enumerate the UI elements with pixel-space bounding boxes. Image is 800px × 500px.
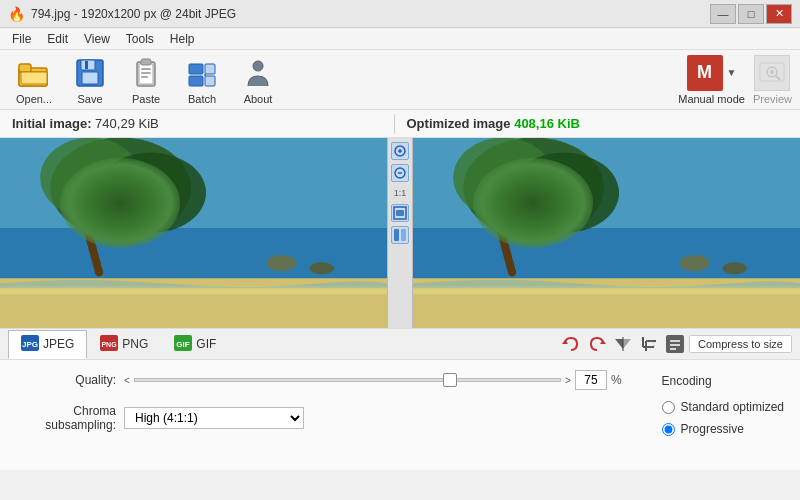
zoom-out-button[interactable] [391, 164, 409, 182]
svg-rect-41 [394, 229, 399, 241]
svg-point-19 [253, 61, 263, 71]
svg-rect-15 [189, 76, 203, 86]
redo-button[interactable] [585, 332, 609, 356]
png-icon: PNG [100, 335, 118, 354]
open-label: Open... [16, 93, 52, 105]
zoom-in-button[interactable] [391, 142, 409, 160]
manual-mode-button[interactable]: M ▼ Manual mode [678, 55, 745, 105]
original-image [0, 138, 387, 328]
svg-text:JPG: JPG [22, 340, 38, 349]
chroma-row: Chroma subsampling: High (4:1:1)Medium (… [16, 404, 622, 432]
save-icon [72, 55, 108, 91]
paste-icon [128, 55, 164, 91]
menu-file[interactable]: File [4, 30, 39, 48]
menu-help[interactable]: Help [162, 30, 203, 48]
encoding-progressive-row: Progressive [662, 422, 784, 436]
menu-bar: File Edit View Tools Help [0, 28, 800, 50]
chroma-select[interactable]: High (4:1:1)Medium (4:2:2)None (4:4:4) [124, 407, 304, 429]
quality-percent: % [611, 373, 622, 387]
svg-marker-59 [562, 340, 568, 344]
jpeg-icon: JPG [21, 335, 39, 354]
menu-edit[interactable]: Edit [39, 30, 76, 48]
open-button[interactable]: Open... [8, 52, 60, 108]
gif-icon: GIF [174, 335, 192, 354]
svg-rect-14 [189, 64, 203, 74]
close-button[interactable]: ✕ [766, 4, 792, 24]
encoding-progressive-radio[interactable] [662, 423, 675, 436]
initial-image-info: Initial image: 740,29 KiB [12, 116, 394, 131]
quality-slider[interactable] [134, 378, 561, 382]
svg-rect-2 [19, 64, 31, 72]
svg-marker-62 [623, 339, 631, 349]
optimized-image-panel [413, 138, 800, 328]
encoding-progressive-label: Progressive [681, 422, 744, 436]
about-button[interactable]: About [232, 52, 284, 108]
quality-increase-button[interactable]: > [565, 375, 571, 386]
tab-png-label: PNG [122, 337, 148, 351]
tab-png[interactable]: PNG PNG [87, 330, 161, 359]
flip-horizontal-button[interactable] [611, 332, 635, 356]
minimize-button[interactable]: — [710, 4, 736, 24]
tab-jpeg[interactable]: JPG JPEG [8, 330, 87, 359]
batch-label: Batch [188, 93, 216, 105]
info-button[interactable] [663, 332, 687, 356]
tab-jpeg-label: JPEG [43, 337, 74, 351]
svg-point-51 [723, 262, 747, 274]
svg-point-32 [310, 262, 334, 274]
initial-size: 740,29 KiB [95, 116, 159, 131]
fit-button[interactable] [391, 204, 409, 222]
compress-to-size-button[interactable]: Compress to size [689, 335, 792, 353]
svg-point-49 [508, 153, 619, 233]
optimized-image [413, 138, 800, 328]
svg-point-48 [453, 138, 554, 218]
format-actions: Compress to size [559, 332, 792, 356]
quality-slider-wrap: < > 75 % [124, 370, 622, 390]
svg-point-30 [95, 153, 206, 233]
app-icon: 🔥 [8, 6, 25, 22]
quality-row: Quality: < > 75 % [16, 370, 622, 390]
svg-rect-6 [82, 72, 98, 84]
compare-button[interactable] [391, 226, 409, 244]
info-bar: Initial image: 740,29 KiB Optimized imag… [0, 110, 800, 138]
batch-button[interactable]: Batch [176, 52, 228, 108]
encoding-label: Encoding [662, 374, 784, 388]
encoding-standard-row: Standard optimized [662, 400, 784, 414]
svg-point-22 [770, 70, 774, 74]
svg-marker-60 [600, 340, 606, 344]
toolbar-right: M ▼ Manual mode Preview [678, 55, 792, 105]
format-bar: JPG JPEG PNG PNG GIF GIF [0, 328, 800, 360]
tab-gif[interactable]: GIF GIF [161, 330, 229, 359]
save-button[interactable]: Save [64, 52, 116, 108]
svg-rect-42 [401, 229, 406, 241]
svg-text:PNG: PNG [102, 341, 118, 348]
optimized-size: 408,16 KiB [514, 116, 580, 131]
menu-view[interactable]: View [76, 30, 118, 48]
tab-gif-label: GIF [196, 337, 216, 351]
encoding-standard-radio[interactable] [662, 401, 675, 414]
maximize-button[interactable]: □ [738, 4, 764, 24]
svg-rect-7 [85, 61, 88, 69]
svg-point-50 [679, 255, 709, 271]
preview-button[interactable]: Preview [753, 55, 792, 105]
undo-button[interactable] [559, 332, 583, 356]
optimized-label: Optimized image [407, 116, 511, 131]
svg-point-29 [40, 138, 141, 218]
menu-tools[interactable]: Tools [118, 30, 162, 48]
about-label: About [244, 93, 273, 105]
about-icon [240, 55, 276, 91]
crop-button[interactable] [637, 332, 661, 356]
options-left: Quality: < > 75 % Chroma subsampling: Hi… [16, 370, 622, 460]
dropdown-arrow-icon: ▼ [727, 67, 737, 78]
original-image-panel [0, 138, 387, 328]
paste-button[interactable]: Paste [120, 52, 172, 108]
svg-point-31 [266, 255, 296, 271]
batch-icon [184, 55, 220, 91]
svg-rect-10 [141, 59, 151, 65]
svg-text:GIF: GIF [177, 340, 190, 349]
quality-decrease-button[interactable]: < [124, 375, 130, 386]
toolbar: Open... Save Paste [0, 50, 800, 110]
quality-label: Quality: [16, 373, 116, 387]
zoom-ratio: 1:1 [394, 188, 407, 198]
svg-rect-16 [205, 64, 215, 74]
window-controls: — □ ✕ [710, 4, 792, 24]
